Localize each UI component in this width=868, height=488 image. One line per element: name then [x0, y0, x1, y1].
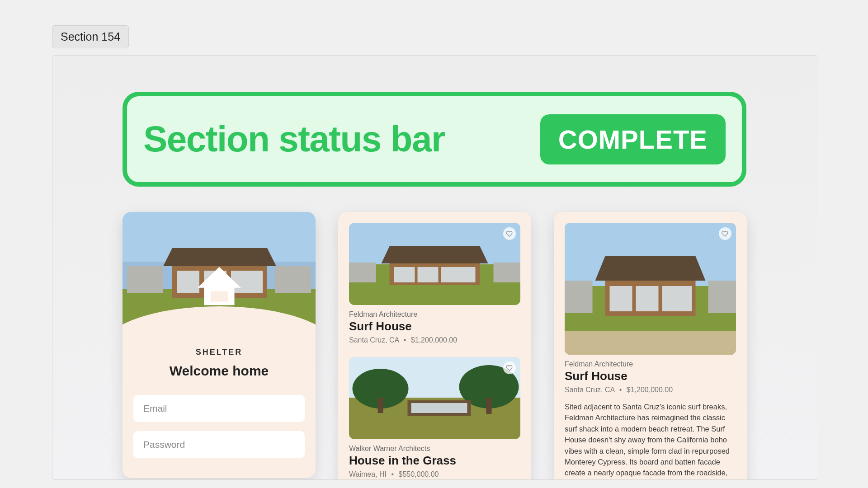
svg-rect-3 — [127, 266, 163, 293]
listing-title: Surf House — [565, 369, 736, 383]
listing-detail-photo — [565, 223, 736, 355]
listing-detail-card: Feldman Architecture Surf House Santa Cr… — [554, 212, 747, 480]
status-badge-complete: COMPLETE — [540, 114, 726, 164]
listing-photo — [349, 223, 520, 305]
svg-rect-24 — [378, 398, 383, 413]
listing-title: Surf House — [349, 319, 520, 333]
svg-marker-36 — [595, 256, 706, 281]
login-brand-label: SHELTER — [133, 347, 305, 357]
listing-meta: Santa Cruz, CA • $1,200,000.00 — [349, 336, 520, 344]
listing-price: $1,200,000.00 — [411, 336, 457, 344]
svg-rect-4 — [275, 266, 311, 293]
status-bar-title: Section status bar — [143, 118, 528, 160]
heart-icon — [506, 364, 513, 371]
svg-marker-5 — [163, 248, 276, 266]
svg-rect-41 — [565, 331, 736, 355]
listing-location: Waimea, HI — [349, 470, 387, 478]
login-headline: Welcome home — [133, 363, 305, 379]
svg-rect-40 — [662, 286, 692, 311]
section-chip[interactable]: Section 154 — [52, 25, 129, 48]
listing-meta: Waimea, HI • $550,000.00 — [349, 470, 520, 479]
login-hero-image — [123, 212, 316, 347]
favorite-button[interactable] — [503, 361, 516, 374]
heart-icon — [722, 230, 729, 237]
favorite-button[interactable] — [719, 227, 731, 240]
svg-rect-18 — [394, 267, 415, 282]
password-field[interactable]: Password — [133, 431, 305, 458]
listing-item[interactable]: Feldman Architecture Surf House Santa Cr… — [349, 223, 520, 344]
status-bar: Section status bar COMPLETE — [123, 92, 746, 187]
svg-rect-26 — [486, 398, 492, 414]
svg-rect-28 — [411, 403, 467, 413]
svg-rect-19 — [418, 267, 439, 282]
svg-rect-7 — [177, 271, 199, 293]
listing-price: $550,000.00 — [399, 470, 439, 478]
svg-rect-38 — [610, 286, 632, 311]
listing-description: Sited adjacent to Santa Cruz's iconic su… — [565, 401, 736, 480]
login-card: SHELTER Welcome home Email Password — [123, 212, 316, 478]
listing-architect: Feldman Architecture — [565, 360, 736, 368]
listing-location: Santa Cruz, CA — [565, 386, 614, 394]
svg-rect-14 — [349, 263, 376, 282]
svg-rect-20 — [441, 267, 476, 282]
listing-architect: Feldman Architecture — [349, 310, 520, 319]
listing-photo — [349, 357, 520, 439]
heart-icon — [506, 230, 513, 237]
listing-title: House in the Grass — [349, 454, 520, 468]
svg-rect-15 — [494, 263, 521, 282]
svg-rect-34 — [565, 281, 593, 313]
listing-item[interactable]: Walker Warner Architects House in the Gr… — [349, 357, 520, 479]
svg-rect-35 — [708, 281, 736, 313]
email-field[interactable]: Email — [133, 395, 305, 422]
svg-rect-39 — [636, 286, 659, 311]
listing-meta: Santa Cruz, CA • $1,200,000.00 — [565, 386, 736, 394]
home-icon — [198, 265, 241, 307]
listing-architect: Walker Warner Architects — [349, 445, 520, 453]
design-canvas: Section status bar COMPLETE — [52, 55, 818, 480]
listing-price: $1,200,000.00 — [627, 386, 673, 394]
svg-rect-11 — [210, 291, 227, 302]
favorite-button[interactable] — [503, 227, 516, 240]
listing-location: Santa Cruz, CA — [349, 336, 399, 344]
svg-marker-16 — [382, 246, 488, 263]
listings-card: Feldman Architecture Surf House Santa Cr… — [338, 212, 531, 480]
